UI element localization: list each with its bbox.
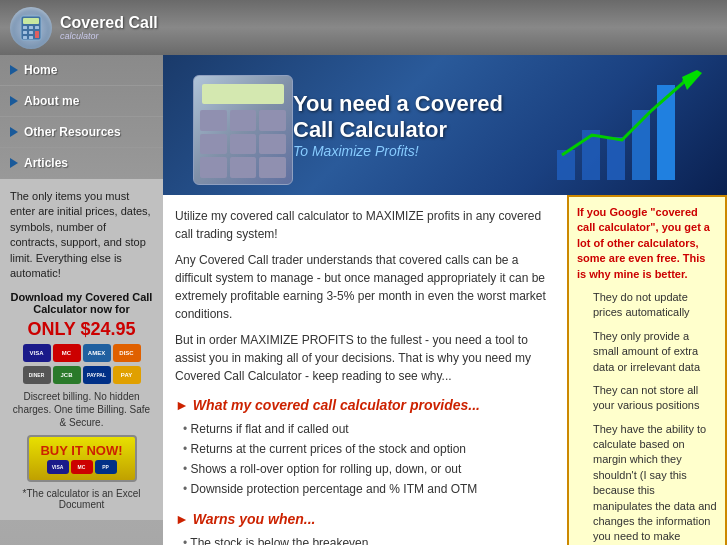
diners-card: DINER bbox=[23, 366, 51, 384]
visa-card: VISA bbox=[23, 344, 51, 362]
main-text-col: Utilize my covered call calculator to MA… bbox=[163, 195, 567, 545]
nav-arrow-resources bbox=[10, 127, 18, 137]
nav-label-home: Home bbox=[24, 63, 57, 77]
amex-card: AMEX bbox=[83, 344, 111, 362]
header-title: Covered Call bbox=[60, 14, 158, 32]
extra-card: PAY bbox=[113, 366, 141, 384]
sidebar-right: If you Google "covered call calculator",… bbox=[567, 195, 727, 545]
calc-key bbox=[200, 110, 227, 131]
calc-key bbox=[230, 134, 257, 155]
para2: But in order MAXIMIZE PROFITS to the ful… bbox=[175, 331, 555, 385]
calc-key bbox=[200, 157, 227, 178]
intro-text: Utilize my covered call calculator to MA… bbox=[175, 207, 555, 243]
mc-card: MC bbox=[53, 344, 81, 362]
buy-mc-icon: MC bbox=[71, 460, 93, 474]
sidebar-description: The only items you must enter are initia… bbox=[10, 189, 153, 281]
section1-arrow-icon: ► bbox=[175, 397, 189, 413]
nav-item-resources[interactable]: Other Resources bbox=[0, 117, 163, 148]
calc-key bbox=[200, 134, 227, 155]
header: Covered Call calculator bbox=[0, 0, 727, 55]
calc-key bbox=[230, 157, 257, 178]
svg-marker-16 bbox=[682, 70, 702, 90]
right-list-item: They have the ability to calculate based… bbox=[593, 422, 717, 545]
banner-title: You need a Covered Call Calculator bbox=[293, 91, 547, 144]
jcb-card: JCB bbox=[53, 366, 81, 384]
calc-keys bbox=[200, 110, 286, 178]
nav-item-home[interactable]: Home bbox=[0, 55, 163, 86]
calc-key bbox=[259, 157, 286, 178]
price-label: ONLY $24.95 bbox=[10, 319, 153, 340]
svg-rect-6 bbox=[29, 31, 33, 34]
sidebar-nav: Home About me Other Resources Articles T… bbox=[0, 55, 163, 545]
page-wrapper: Covered Call calculator Home About me Ot… bbox=[0, 0, 727, 545]
nav-arrow-about bbox=[10, 96, 18, 106]
nav-label-articles: Articles bbox=[24, 156, 68, 170]
header-subtitle: calculator bbox=[60, 31, 158, 41]
nav-item-articles[interactable]: Articles bbox=[0, 148, 163, 179]
sidebar-bottom: The only items you must enter are initia… bbox=[0, 179, 163, 520]
section1-title: What my covered call calculator provides… bbox=[193, 397, 480, 413]
section2-title: Warns you when... bbox=[193, 511, 316, 527]
buy-pp-icon: PP bbox=[95, 460, 117, 474]
section2-arrow-icon: ► bbox=[175, 511, 189, 527]
feature-item: Returns at the current prices of the sto… bbox=[183, 439, 555, 459]
banner-calculator bbox=[183, 65, 293, 185]
right-list: They do not update prices automatically … bbox=[577, 290, 717, 545]
paypal-card: PAYPAL bbox=[83, 366, 111, 384]
nav-item-about[interactable]: About me bbox=[0, 86, 163, 117]
nav-arrow-home bbox=[10, 65, 18, 75]
svg-rect-5 bbox=[23, 31, 27, 34]
buy-button[interactable]: BUY IT NOW! VISA MC PP bbox=[27, 435, 137, 482]
feature-item: Downside protection percentage and % ITM… bbox=[183, 479, 555, 499]
logo: Covered Call calculator bbox=[10, 7, 158, 49]
section1-header: ► What my covered call calculator provid… bbox=[175, 397, 555, 413]
main-content: Utilize my covered call calculator to MA… bbox=[163, 195, 727, 545]
download-title: Download my Covered Call Calculator now … bbox=[10, 291, 153, 315]
calc-key bbox=[259, 134, 286, 155]
banner-subtitle: To Maximize Profits! bbox=[293, 143, 547, 159]
svg-rect-1 bbox=[23, 18, 39, 24]
section2-header: ► Warns you when... bbox=[175, 511, 555, 527]
features-list: Returns if flat and if called out Return… bbox=[183, 419, 555, 499]
svg-rect-12 bbox=[607, 137, 625, 180]
svg-rect-7 bbox=[35, 31, 39, 38]
banner: You need a Covered Call Calculator To Ma… bbox=[163, 55, 727, 195]
header-text: Covered Call calculator bbox=[60, 14, 158, 42]
right-list-item: They only provide a small amount of extr… bbox=[593, 329, 717, 375]
svg-rect-11 bbox=[582, 130, 600, 180]
card-row-2: DINER JCB PAYPAL PAY bbox=[10, 366, 153, 384]
excel-note: *The calculator is an Excel Document bbox=[10, 488, 153, 510]
feature-item: Returns if flat and if called out bbox=[183, 419, 555, 439]
svg-rect-4 bbox=[35, 26, 39, 29]
calc-key bbox=[230, 110, 257, 131]
discover-card: DISC bbox=[113, 344, 141, 362]
calc-screen bbox=[202, 84, 284, 104]
nav-label-about: About me bbox=[24, 94, 79, 108]
nav-arrow-articles bbox=[10, 158, 18, 168]
feature-item: Shows a roll-over option for rolling up,… bbox=[183, 459, 555, 479]
svg-rect-3 bbox=[29, 26, 33, 29]
calculator-icon bbox=[17, 14, 45, 42]
calc-key bbox=[259, 110, 286, 131]
sidebar-right-highlight: If you Google "covered call calculator",… bbox=[577, 205, 717, 282]
buy-button-label: BUY IT NOW! bbox=[37, 443, 127, 458]
banner-text: You need a Covered Call Calculator To Ma… bbox=[293, 91, 547, 160]
svg-rect-10 bbox=[557, 150, 575, 180]
svg-rect-9 bbox=[29, 36, 33, 39]
right-list-item: They can not store all your various posi… bbox=[593, 383, 717, 414]
banner-chart bbox=[547, 65, 707, 185]
buy-button-cards: VISA MC PP bbox=[37, 460, 127, 474]
chart-svg bbox=[547, 65, 707, 185]
card-row-1: VISA MC AMEX DISC bbox=[10, 344, 153, 362]
para1: Any Covered Call trader understands that… bbox=[175, 251, 555, 323]
svg-rect-2 bbox=[23, 26, 27, 29]
svg-rect-8 bbox=[23, 36, 27, 39]
warn-item: The stock is below the breakeven bbox=[183, 533, 555, 545]
warns-list: The stock is below the breakeven The sto… bbox=[183, 533, 555, 545]
billing-text: Discreet billing. No hidden charges. One… bbox=[10, 390, 153, 429]
right-list-item: They do not update prices automatically bbox=[593, 290, 717, 321]
logo-icon bbox=[10, 7, 52, 49]
buy-visa-icon: VISA bbox=[47, 460, 69, 474]
nav-label-resources: Other Resources bbox=[24, 125, 121, 139]
content-area: You need a Covered Call Calculator To Ma… bbox=[163, 55, 727, 545]
